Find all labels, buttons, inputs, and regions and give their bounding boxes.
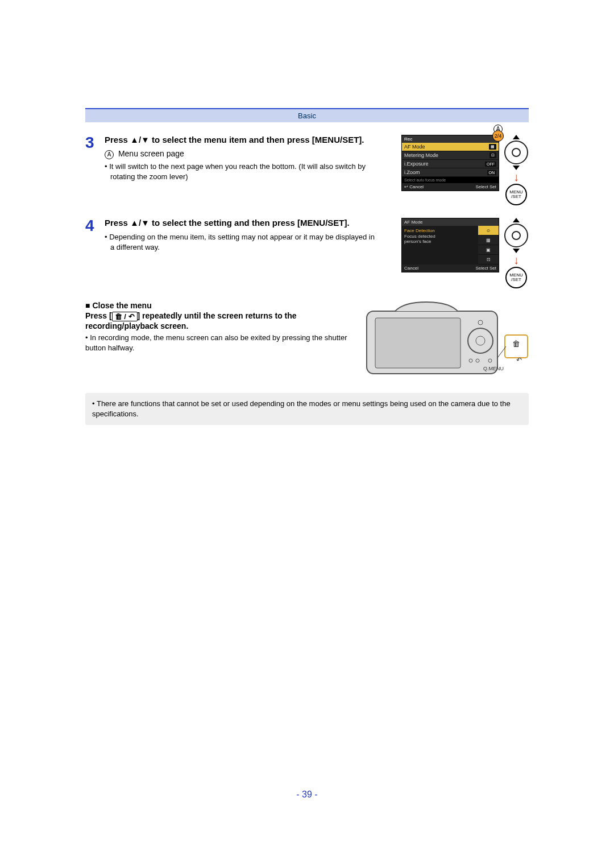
option-screenshot: AF Mode Face Detection Focus detected pe…	[401, 218, 499, 272]
down-arrow-icon	[513, 166, 520, 170]
up-arrow-icon	[513, 135, 520, 139]
cancel-label: Cancel	[404, 184, 424, 189]
opt-spot-icon: ⊡	[478, 255, 499, 264]
footnote-box: There are functions that cannot be set o…	[85, 393, 529, 425]
menu-row-afmode: AF Mode ▦	[402, 143, 499, 151]
step-3-bullets: It will switch to the next page when you…	[105, 162, 380, 182]
menu-set-button-icon: MENU /SET	[505, 184, 527, 205]
close-menu-instruction: Press [🗑 / ↶] repeatedly until the scree…	[85, 311, 358, 330]
up-arrow-icon	[513, 218, 520, 222]
af-mode-value-icon: ▦	[489, 144, 496, 150]
close-menu-section: ■Close the menu Press [🗑 / ↶] repeatedly…	[85, 301, 529, 381]
section-header: Basic	[85, 108, 529, 122]
step-4-figure: AF Mode Face Detection Focus detected pe…	[380, 218, 529, 288]
down-arrow-icon	[513, 249, 520, 253]
control-pad-illustration-4: ↓ MENU /SET	[504, 218, 529, 288]
step-4-number: 4	[85, 218, 105, 234]
step-3-bullet-1: It will switch to the next page when you…	[105, 162, 380, 182]
step-3-heading: Press ▲/▼ to select the menu item and th…	[105, 135, 380, 144]
opt-title: AF Mode	[402, 218, 499, 226]
trash-return-icon: 🗑 / ↶	[112, 312, 138, 321]
select-set-label: Select Set	[476, 184, 496, 189]
step-4-body: Press ▲/▼ to select the setting and then…	[105, 218, 380, 253]
opt-face-icon: ☺	[478, 226, 499, 235]
opt-list: ☺ ▦ ▣ ⊡	[478, 226, 499, 264]
opt-tracking-icon: ▦	[478, 235, 499, 245]
close-menu-title: ■Close the menu	[85, 301, 358, 310]
qmenu-label: Q.MENU	[483, 366, 504, 371]
opt-desc: Face Detection Focus detected person's f…	[402, 226, 478, 264]
dial-icon	[504, 224, 528, 247]
page-number: - 39 -	[0, 790, 614, 800]
menu-set-button-icon: MENU /SET	[505, 267, 527, 288]
sublabel-text: Menu screen page	[118, 149, 184, 158]
menu-tab: Rec	[402, 135, 499, 143]
menu-page-badge: 2/4	[492, 130, 504, 142]
close-menu-note: In recording mode, the menu screen can a…	[85, 333, 358, 353]
menu-row-metering: Metering Mode ⊡	[402, 151, 499, 160]
svg-rect-1	[375, 318, 460, 368]
camera-illustration: 🗑 Q.MENU ↶	[358, 301, 529, 381]
opt-area-icon: ▣	[478, 245, 499, 255]
step-3-sublabel: A Menu screen page	[105, 149, 380, 159]
svg-text:🗑: 🗑	[512, 339, 520, 348]
menu-row-iexposure: i.Exposure OFF	[402, 160, 499, 168]
step-3-body: Press ▲/▼ to select the menu item and th…	[105, 135, 380, 182]
metering-value-icon: ⊡	[489, 152, 496, 158]
page-content: Basic 3 Press ▲/▼ to select the menu ite…	[85, 0, 529, 425]
control-pad-illustration-3: ↓ MENU /SET	[504, 135, 529, 205]
menu-screenshot: Rec AF Mode ▦ Metering Mode ⊡ i.Exposure…	[401, 135, 499, 191]
step-4: 4 Press ▲/▼ to select the setting and th…	[85, 218, 529, 288]
menu-row-izoom: i.Zoom ON	[402, 168, 499, 177]
step-4-bullets: Depending on the menu item, its setting …	[105, 232, 380, 253]
flow-arrow-icon: ↓	[513, 171, 519, 183]
circle-a-icon: A	[105, 150, 114, 159]
menu-footer: Cancel Select Set	[402, 183, 499, 191]
menu-screenshot-wrap: A Rec AF Mode ▦ Metering Mode ⊡	[401, 135, 499, 191]
camera-back-svg: 🗑 Q.MENU ↶	[364, 301, 529, 381]
svg-text:↶: ↶	[516, 356, 522, 364]
step-4-bullet-1: Depending on the menu item, its setting …	[105, 232, 380, 253]
step-3-figure: A Rec AF Mode ▦ Metering Mode ⊡	[380, 135, 529, 205]
step-4-heading: Press ▲/▼ to select the setting and then…	[105, 218, 380, 228]
opt-footer: Cancel Select Set	[402, 264, 499, 272]
menu-hint: Select auto focus mode	[402, 177, 499, 183]
dial-icon	[504, 140, 528, 164]
close-menu-text: ■Close the menu Press [🗑 / ↶] repeatedly…	[85, 301, 358, 353]
step-3-number: 3	[85, 135, 105, 151]
flow-arrow-icon: ↓	[513, 254, 519, 266]
step-3: 3 Press ▲/▼ to select the menu item and …	[85, 135, 529, 205]
